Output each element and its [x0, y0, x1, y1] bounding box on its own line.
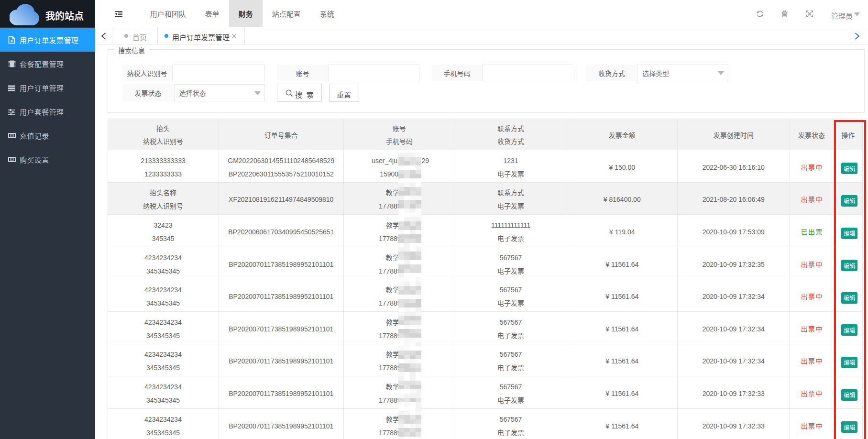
svg-text:x: x [11, 38, 13, 43]
svg-text:1: 1 [11, 134, 13, 138]
svg-text:1: 1 [11, 158, 13, 162]
